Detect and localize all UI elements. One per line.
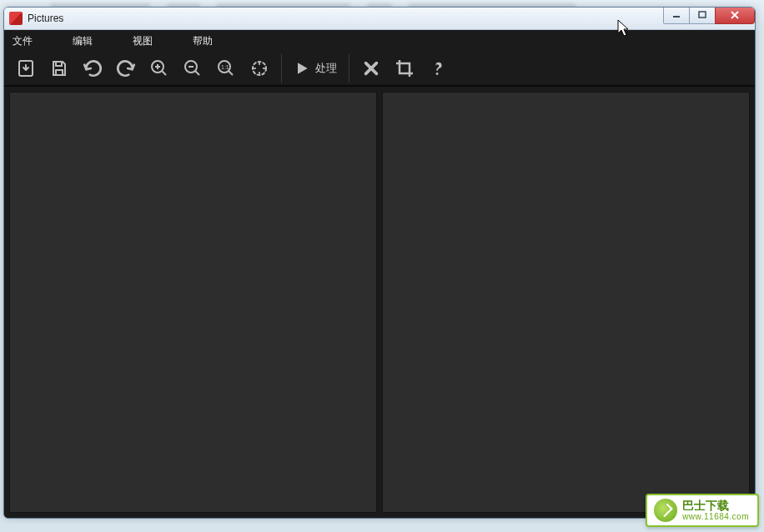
left-panel[interactable] (9, 92, 377, 513)
svg-rect-0 (673, 16, 680, 18)
cancel-icon (362, 59, 380, 78)
zoom-out-icon (183, 58, 203, 78)
help-button[interactable] (421, 53, 455, 84)
process-label: 处理 (315, 61, 337, 76)
app-icon (9, 12, 23, 25)
svg-rect-4 (56, 70, 63, 75)
menu-file[interactable]: 文件 (13, 34, 33, 48)
window-controls (664, 7, 755, 23)
svg-text:1:1: 1:1 (221, 64, 229, 70)
undo-button[interactable] (76, 53, 109, 84)
play-icon (294, 60, 310, 77)
titlebar[interactable]: Pictures (4, 8, 755, 30)
zoom-in-button[interactable] (143, 53, 176, 84)
svg-rect-1 (699, 12, 706, 18)
zoom-actual-button[interactable]: 1:1 (209, 53, 243, 84)
menu-help[interactable]: 帮助 (193, 34, 213, 48)
right-panel[interactable] (382, 92, 750, 513)
menu-view[interactable]: 视图 (133, 34, 153, 48)
cancel-button[interactable] (354, 53, 388, 84)
crop-icon (395, 58, 415, 78)
help-icon (429, 59, 447, 78)
watermark-url: www.11684.com (682, 512, 749, 521)
close-icon (730, 11, 740, 19)
zoom-fit-button[interactable] (243, 53, 276, 84)
toolbar-separator (281, 54, 282, 83)
save-button[interactable] (43, 53, 76, 84)
save-icon (49, 58, 69, 78)
zoom-out-button[interactable] (176, 53, 209, 84)
menubar: 文件 编辑 视图 帮助 (4, 30, 755, 52)
watermark-title: 巴士下载 (682, 499, 749, 512)
close-button[interactable] (715, 7, 755, 24)
watermark-text: 巴士下载 www.11684.com (682, 499, 749, 521)
process-button[interactable]: 处理 (287, 53, 344, 84)
open-button[interactable] (9, 53, 43, 84)
watermark: 巴士下载 www.11684.com (646, 494, 759, 527)
menu-edit[interactable]: 编辑 (73, 34, 93, 48)
toolbar-separator (349, 54, 349, 83)
zoom-in-icon (149, 58, 169, 78)
maximize-icon (698, 11, 706, 19)
redo-icon (115, 58, 137, 79)
open-icon (16, 58, 36, 78)
maximize-button[interactable] (689, 7, 716, 24)
minimize-icon (672, 11, 681, 19)
application-window: Pictures 文件 编辑 视图 帮助 (3, 7, 756, 519)
zoom-fit-icon (249, 58, 269, 78)
watermark-icon (654, 499, 677, 522)
toolbar: 1:1 处理 (4, 52, 755, 86)
crop-button[interactable] (388, 53, 421, 84)
content-area (4, 86, 755, 518)
minimize-button[interactable] (663, 7, 690, 24)
undo-icon (82, 58, 103, 79)
zoom-actual-icon: 1:1 (216, 58, 236, 78)
svg-rect-3 (56, 62, 62, 66)
window-title: Pictures (28, 13, 63, 24)
redo-button[interactable] (109, 53, 143, 84)
svg-point-10 (436, 73, 439, 75)
